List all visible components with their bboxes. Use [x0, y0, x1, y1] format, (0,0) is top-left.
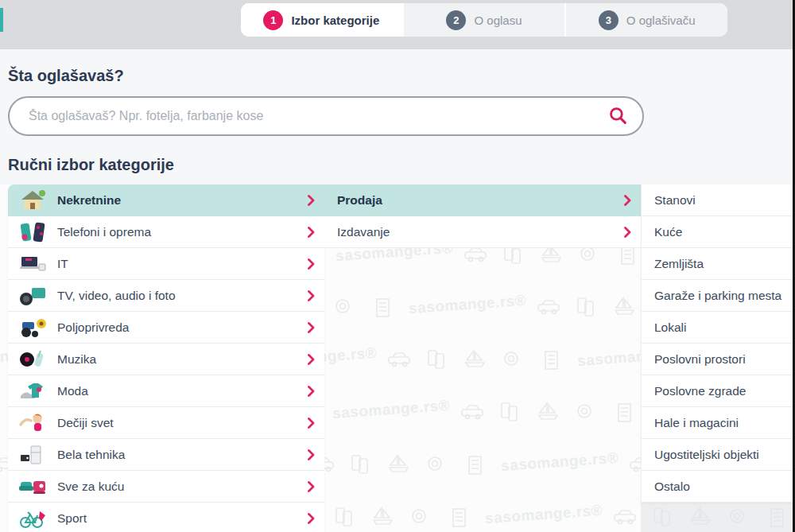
chevron-right-icon: [614, 195, 641, 206]
leaf-item-hale[interactable]: Hale i magacini: [642, 407, 795, 439]
subcategory-label: Prodaja: [324, 193, 614, 208]
watermark-phone-icon: [425, 348, 448, 374]
category-item-nekretnine[interactable]: Nekretnine: [8, 184, 324, 216]
category-item-bela-tehnika[interactable]: Bela tehnika: [8, 439, 324, 471]
house-icon: [8, 188, 57, 212]
watermark-phone-icon: [574, 296, 598, 321]
leaf-item-poslovne-zgrade[interactable]: Poslovne zgrade: [642, 375, 795, 407]
leaf-item-stanovi[interactable]: Stanovi: [642, 184, 795, 216]
category-item-sve-za-kucu[interactable]: Sve za kuću: [8, 471, 324, 503]
watermark-car-icon: [0, 506, 2, 530]
section-title: Ručni izbor kategorije: [8, 156, 174, 174]
watermark-building-icon: [370, 296, 394, 321]
step-number-badge: 2: [446, 10, 466, 30]
leaf-item-ostalo[interactable]: Ostalo: [642, 471, 795, 503]
watermark-ring-icon: [501, 348, 522, 372]
leaf-label: Poslovni prostori: [642, 352, 795, 367]
category-column: Nekretnine Telefoni i oprema: [8, 184, 324, 532]
category-item-telefoni[interactable]: Telefoni i oprema: [8, 216, 324, 248]
subcategory-item-prodaja[interactable]: Prodaja: [324, 184, 641, 216]
subcategory-column: Prodaja Izdavanje: [324, 184, 641, 248]
category-label: Muzika: [57, 352, 297, 367]
watermark-building-icon: [539, 348, 563, 374]
watermark-building-icon: [612, 401, 636, 426]
chevron-right-icon: [297, 417, 324, 429]
watermark-phone-icon: [498, 401, 522, 426]
category-item-it[interactable]: IT: [8, 248, 324, 280]
watermark-building-icon: [463, 453, 487, 479]
step-number-badge: 1: [263, 10, 283, 30]
watermark-car-icon: [612, 506, 638, 530]
bicycle-icon: [8, 507, 57, 530]
search-icon: [607, 105, 628, 128]
watermark-car-icon: [536, 296, 561, 320]
appliances-icon: [8, 443, 57, 467]
background-banner-sliver: [0, 8, 3, 32]
leaf-label: Lokali: [642, 320, 795, 335]
watermark-text: sasomange.rs®: [332, 397, 450, 422]
leaf-label: Kuće: [642, 225, 795, 239]
watermark-ring-icon: [409, 506, 429, 530]
category-item-deciji-svet[interactable]: Dečiji svet: [8, 407, 324, 439]
leaf-label: Ugostiteljski objekti: [642, 448, 795, 462]
leaf-label: Zemljišta: [642, 257, 795, 271]
leaf-label: Poslovne zgrade: [642, 384, 795, 398]
chevron-right-icon: [614, 227, 641, 238]
leaf-label: Garaže i parking mesta: [642, 289, 795, 303]
watermark-boat-icon: [463, 348, 487, 374]
chevron-right-icon: [297, 258, 324, 270]
watermark-building-icon: [0, 243, 3, 269]
chevron-right-icon: [297, 449, 324, 460]
category-item-sport[interactable]: Sport: [8, 503, 324, 532]
chevron-right-icon: [297, 195, 324, 206]
watermark-car-icon: [460, 401, 485, 425]
watermark-shade: [641, 503, 795, 532]
leaf-item-kuce[interactable]: Kuće: [642, 216, 795, 248]
leaf-item-poslovni-prostori[interactable]: Poslovni prostori: [642, 344, 795, 375]
top-band: 1 Izbor kategorije 2 O oglasu 3 O oglaši…: [0, 0, 795, 49]
watermark-building-icon: [447, 506, 471, 531]
tshirt-shoe-icon: [8, 379, 57, 403]
watermark-phone-icon: [332, 506, 356, 531]
chevron-right-icon: [297, 386, 324, 397]
wizard-stepper: 1 Izbor kategorije 2 O oglasu 3 O oglaši…: [241, 3, 727, 37]
armchair-sewing-icon: [8, 475, 57, 499]
leaf-item-garaze[interactable]: Garaže i parking mesta: [642, 280, 795, 312]
search-input[interactable]: [29, 109, 607, 123]
step-izbor-kategorije[interactable]: 1 Izbor kategorije: [241, 3, 402, 37]
phones-icon: [8, 220, 57, 244]
leaf-item-zemljista[interactable]: Zemljišta: [642, 248, 795, 280]
chevron-right-icon: [297, 481, 324, 492]
category-item-moda[interactable]: Moda: [8, 375, 324, 407]
category-label: Moda: [57, 384, 297, 398]
category-item-poljoprivreda[interactable]: Poljoprivreda: [8, 312, 324, 344]
category-item-muzika[interactable]: Muzika: [8, 344, 324, 375]
step-label: O oglašivaču: [626, 14, 696, 27]
chevron-right-icon: [297, 322, 324, 333]
chevron-right-icon: [297, 290, 324, 301]
step-o-oglasivacu[interactable]: 3 O oglašivaču: [566, 3, 727, 37]
chevron-right-icon: [297, 354, 324, 365]
category-label: IT: [57, 257, 297, 271]
category-picker: sasomange.rs®sasomange.rs®sasomange.rs®s…: [0, 184, 795, 532]
watermark-ring-icon: [332, 296, 353, 320]
step-label: O oglasu: [474, 14, 522, 27]
search-bar: [8, 96, 644, 136]
watermark-ring-icon: [425, 453, 445, 477]
watermark-boat-icon: [370, 506, 394, 531]
step-o-oglasu[interactable]: 2 O oglasu: [404, 3, 565, 37]
category-label: Telefoni i oprema: [57, 225, 297, 239]
watermark-car-icon: [0, 191, 2, 215]
watermark-car-icon: [386, 348, 412, 372]
watermark-boat-icon: [386, 453, 410, 479]
category-item-tv-video[interactable]: TV, video, audio i foto: [8, 280, 324, 312]
leaf-item-lokali[interactable]: Lokali: [642, 312, 795, 344]
watermark-text: sasomange.rs®: [500, 449, 619, 475]
leaf-item-ugostiteljski[interactable]: Ugostiteljski objekti: [642, 439, 795, 471]
category-label: Dečiji svet: [57, 416, 297, 430]
subcategory-item-izdavanje[interactable]: Izdavanje: [324, 216, 641, 248]
subcategory-label: Izdavanje: [324, 225, 614, 239]
chevron-right-icon: [297, 513, 324, 524]
search-button[interactable]: [607, 105, 628, 128]
watermark-phone-icon: [348, 453, 372, 479]
